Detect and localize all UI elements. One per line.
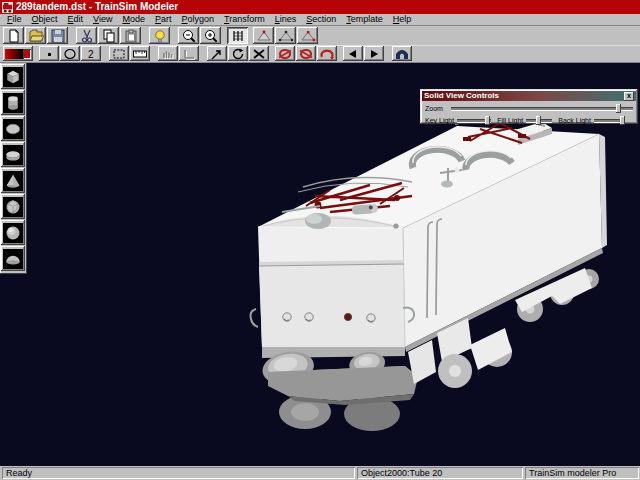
back-light-label: Back Light bbox=[558, 117, 591, 124]
rotate-arrow-icon bbox=[230, 48, 246, 60]
menu-help[interactable]: Help bbox=[388, 14, 417, 25]
svg-text:2: 2 bbox=[88, 49, 94, 60]
key-light-slider[interactable] bbox=[457, 119, 491, 122]
key-light-label: Key Light bbox=[425, 117, 454, 124]
titlebar[interactable]: 289tandem.dst - TrainSim Modeler bbox=[0, 0, 640, 14]
menu-lines[interactable]: Lines bbox=[270, 14, 302, 25]
rotate-z-button[interactable] bbox=[317, 46, 337, 61]
current-color-box bbox=[23, 49, 31, 59]
hand-tool-button[interactable] bbox=[158, 46, 178, 61]
axes-tool-button[interactable] bbox=[179, 46, 199, 61]
measure-button[interactable] bbox=[130, 46, 150, 61]
rotate-x-button[interactable] bbox=[275, 46, 295, 61]
circle-tool-button[interactable] bbox=[60, 46, 80, 61]
tunnel-button[interactable] bbox=[392, 46, 412, 61]
app-window: 289tandem.dst - TrainSim Modeler File Ob… bbox=[0, 0, 640, 480]
sphere-tool-button[interactable] bbox=[1, 220, 25, 245]
face-select-button[interactable] bbox=[253, 27, 274, 44]
menu-section[interactable]: Section bbox=[301, 14, 341, 25]
key-light-thumb[interactable] bbox=[485, 116, 490, 125]
box-tool-button[interactable] bbox=[1, 64, 25, 89]
select-rect-button[interactable] bbox=[109, 46, 129, 61]
zoom-slider-thumb[interactable] bbox=[616, 104, 621, 113]
copy-button[interactable] bbox=[98, 27, 119, 44]
menu-edit[interactable]: Edit bbox=[63, 14, 89, 25]
grid-ruler-icon bbox=[230, 29, 246, 43]
panel-close-button[interactable]: x bbox=[624, 92, 634, 101]
color-swatch-button[interactable] bbox=[3, 46, 33, 61]
menu-file[interactable]: File bbox=[2, 14, 27, 25]
copy-icon bbox=[101, 29, 117, 43]
fill-light-label: Fill Light bbox=[497, 117, 523, 124]
back-light-slider[interactable] bbox=[594, 119, 624, 122]
arrow-ne-icon bbox=[209, 48, 225, 60]
shape-palette bbox=[0, 63, 27, 274]
ellipse-tool-button[interactable] bbox=[1, 116, 25, 141]
cut-button[interactable] bbox=[76, 27, 97, 44]
point-icon bbox=[41, 48, 57, 60]
close-icon: x bbox=[627, 92, 631, 99]
app-icon bbox=[2, 2, 13, 13]
menu-view[interactable]: View bbox=[88, 14, 117, 25]
sphere-shape-icon bbox=[3, 223, 23, 243]
menu-polygon[interactable]: Polygon bbox=[177, 14, 220, 25]
statusbar: Ready Object2000:Tube 20 TrainSim modele… bbox=[0, 466, 640, 480]
cone-shape-icon bbox=[3, 171, 23, 191]
polyhedron-tool-button[interactable] bbox=[1, 194, 25, 219]
back-light-thumb[interactable] bbox=[620, 116, 625, 125]
disc-tool-button[interactable] bbox=[1, 142, 25, 167]
tips-button[interactable] bbox=[149, 27, 170, 44]
status-message: Ready bbox=[2, 467, 355, 479]
selection-rect-icon bbox=[111, 48, 127, 60]
vertex-select-button[interactable] bbox=[297, 27, 318, 44]
edge-select-button[interactable] bbox=[275, 27, 296, 44]
scale-button[interactable] bbox=[249, 46, 269, 61]
status-app-name: TrainSim modeler Pro bbox=[525, 467, 639, 479]
cylinder-tool-button[interactable] bbox=[1, 90, 25, 115]
fill-light-thumb[interactable] bbox=[536, 116, 541, 125]
open-folder-icon bbox=[28, 29, 44, 43]
rotate-y-button[interactable] bbox=[296, 46, 316, 61]
prev-button[interactable] bbox=[343, 46, 363, 61]
paste-button[interactable] bbox=[120, 27, 141, 44]
solid-view-controls-panel: Solid View Controls x Zoom Key Light Fil… bbox=[420, 89, 638, 124]
arrow-right-icon bbox=[366, 48, 382, 60]
lightbulb-icon bbox=[152, 29, 168, 43]
zoom-in-button[interactable] bbox=[200, 27, 221, 44]
status-selection: Object2000:Tube 20 bbox=[357, 467, 523, 479]
zoom-slider[interactable] bbox=[451, 107, 633, 110]
new-button[interactable] bbox=[3, 27, 24, 44]
panel-title: Solid View Controls bbox=[424, 91, 624, 101]
menu-mode[interactable]: Mode bbox=[117, 14, 150, 25]
color-gradient bbox=[5, 49, 23, 59]
axes-icon-disabled bbox=[181, 48, 197, 60]
arrow-left-icon bbox=[345, 48, 361, 60]
next-button[interactable] bbox=[364, 46, 384, 61]
save-button[interactable] bbox=[47, 27, 68, 44]
dome-tool-button[interactable] bbox=[1, 246, 25, 271]
zoom-out-magnifier-icon bbox=[181, 29, 197, 43]
menu-transform[interactable]: Transform bbox=[219, 14, 270, 25]
fill-light-slider[interactable] bbox=[526, 119, 552, 122]
curve-tool-button[interactable]: 2 bbox=[81, 46, 101, 61]
move-ne-button[interactable] bbox=[207, 46, 227, 61]
box-shape-icon bbox=[3, 67, 23, 87]
triangle-edge-icon bbox=[278, 29, 294, 43]
panel-titlebar[interactable]: Solid View Controls x bbox=[422, 91, 636, 101]
disc-shape-icon bbox=[3, 145, 23, 165]
menu-template[interactable]: Template bbox=[341, 14, 388, 25]
point-tool-button[interactable] bbox=[39, 46, 59, 61]
zoom-out-button[interactable] bbox=[178, 27, 199, 44]
cone-tool-button[interactable] bbox=[1, 168, 25, 193]
menubar: File Object Edit View Mode Part Polygon … bbox=[0, 14, 640, 26]
grid-ruler-button[interactable] bbox=[227, 27, 248, 44]
open-button[interactable] bbox=[25, 27, 46, 44]
rotate-button[interactable] bbox=[228, 46, 248, 61]
hand-icon-disabled bbox=[160, 48, 176, 60]
menu-object[interactable]: Object bbox=[27, 14, 63, 25]
ruler-icon bbox=[132, 48, 148, 60]
scale-x-icon bbox=[251, 48, 267, 60]
rotate-y-red-icon bbox=[298, 48, 314, 60]
menu-part[interactable]: Part bbox=[150, 14, 177, 25]
cut-scissors-icon bbox=[79, 29, 95, 43]
